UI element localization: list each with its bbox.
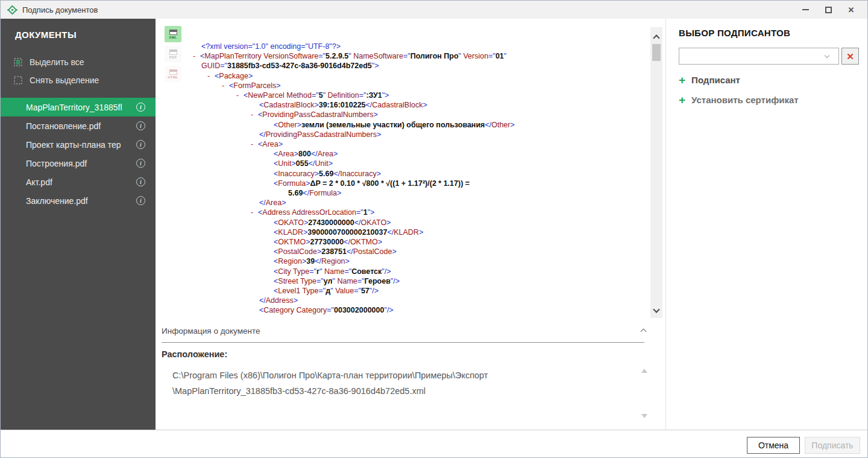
info-icon[interactable]: i [136, 159, 145, 168]
xml-line: <Street Type="ул" Name="Героев"/> [156, 276, 649, 286]
document-item[interactable]: Постановление.pdfi [1, 116, 156, 135]
delete-x-icon: ✕ [846, 52, 854, 61]
xml-line: -<Area> [156, 139, 649, 149]
minimize-button[interactable] [794, 1, 817, 19]
document-list: MapPlanTerritory_31885fliПостановление.p… [1, 98, 156, 210]
titlebar: Подпись документов ✕ [1, 1, 867, 19]
xml-line: -<MapPlanTerritory VersionSoftware="5.2.… [156, 51, 649, 61]
info-icon[interactable]: i [136, 140, 145, 149]
scroll-down-icon[interactable] [653, 306, 659, 313]
xml-line: <Category Category="003002000000"/> [156, 305, 649, 315]
collapse-dash-icon[interactable]: - [222, 81, 229, 91]
xml-line: -<ProvidingPassCadastralNumbers> [156, 110, 649, 119]
clear-selection-button[interactable]: Снять выделение [1, 71, 156, 89]
info-icon[interactable]: i [136, 121, 145, 130]
info-scroll-down-icon[interactable] [641, 414, 647, 418]
plus-icon: + [679, 74, 685, 86]
scrollbar-thumb[interactable] [652, 44, 661, 61]
select-all-button[interactable]: Выделить все [1, 53, 156, 71]
collapse-dash-icon[interactable]: - [207, 71, 215, 81]
xml-line: -<NewParcel Method="5" Definition=":ЗУ1"… [156, 91, 649, 100]
xml-line: -<Address AddressOrLocation="1"> [156, 208, 649, 217]
chevron-down-icon[interactable] [825, 54, 829, 57]
document-item[interactable]: Построения.pdfi [1, 154, 156, 173]
xml-line: <OKATO>27430000000</OKATO> [156, 218, 649, 227]
location-path-line2: \MapPlanTerritory_31885fb3-cd53-427c-8a3… [172, 383, 488, 399]
scroll-up-icon[interactable] [653, 34, 659, 41]
info-icon[interactable]: i [136, 103, 145, 112]
install-certificate-button[interactable]: + Установить сертификат [679, 94, 799, 106]
clear-selection-icon [14, 76, 22, 84]
maximize-icon [825, 7, 832, 13]
signer-combobox[interactable] [679, 48, 839, 65]
xml-line: <Other>земли (земельные участки) общего … [156, 120, 649, 130]
document-label: Проект карты-плана тер [26, 140, 121, 150]
collapse-dash-icon[interactable]: - [236, 91, 244, 100]
remove-signer-button[interactable]: ✕ [841, 48, 859, 65]
xml-line: <PostalCode>238751</PostalCode> [156, 247, 649, 256]
select-all-label: Выделить все [30, 57, 84, 67]
format-tab-xml[interactable]: XML [165, 26, 181, 42]
window-title: Подпись документов [22, 5, 98, 14]
xml-line: -<FormParcels> [156, 81, 649, 91]
collapse-dash-icon[interactable]: - [193, 51, 200, 61]
xml-line: <Formula>ΔP = 2 * 0.10 * √800 * √((1 + 1… [156, 179, 649, 188]
info-scroll-up-icon[interactable] [641, 369, 647, 373]
xml-line: <CadastralBlock>39:16:010225</CadastralB… [156, 100, 649, 110]
chevron-up-icon [641, 329, 647, 335]
collapse-info-button[interactable] [641, 329, 646, 334]
footer-bar: Отмена Подписать [1, 430, 867, 458]
xml-line: 5.69</Formula> [156, 188, 649, 198]
select-all-icon [14, 58, 22, 66]
maximize-button[interactable] [817, 1, 840, 19]
xml-content: <?xml version="1.0" encoding="UTF-8"?>-<… [156, 42, 649, 316]
xml-line: <Inaccuracy>5.69</Inaccuracy> [156, 169, 649, 179]
xml-line: <OKTMO>27730000</OKTMO> [156, 237, 649, 247]
add-signer-button[interactable]: + Подписант [679, 74, 740, 86]
document-viewer: XML PDF HTML <?xml version="1.0" encodin… [156, 19, 665, 430]
document-label: Постановление.pdf [26, 121, 101, 131]
signers-panel: ВЫБОР ПОДПИСАНТОВ ✕ + Подписант + Устано… [665, 19, 868, 430]
xml-line: <Level1 Type="д" Value="57"/> [156, 286, 649, 296]
cancel-button[interactable]: Отмена [747, 437, 800, 454]
info-separator [162, 342, 644, 343]
collapse-dash-icon[interactable]: - [251, 208, 258, 217]
sign-documents-window: Подпись документов ✕ ДОКУМЕНТЫ Выделить … [0, 0, 868, 458]
xml-line: </Address> [156, 296, 649, 305]
xml-line: </ProvidingPassCadastralNumbers> [156, 130, 649, 139]
document-item[interactable]: Проект карты-плана терi [1, 135, 156, 154]
signers-title: ВЫБОР ПОДПИСАНТОВ [679, 28, 790, 38]
xml-line: <KLADR>3900000700000210037</KLADR> [156, 227, 649, 237]
info-icon[interactable]: i [136, 196, 145, 205]
xml-line: <Region>39</Region> [156, 256, 649, 266]
document-item[interactable]: MapPlanTerritory_31885fli [1, 98, 156, 116]
document-item[interactable]: Акт.pdfi [1, 173, 156, 191]
collapse-dash-icon[interactable]: - [251, 110, 258, 119]
clear-selection-label: Снять выделение [30, 75, 99, 85]
xml-file-icon [169, 30, 177, 35]
plus-icon: + [679, 94, 685, 106]
xml-line: <?xml version="1.0" encoding="UTF-8"?> [156, 42, 649, 51]
document-info-header[interactable]: Информация о документе [162, 326, 644, 336]
close-button[interactable]: ✕ [840, 1, 863, 19]
xml-line: <Unit>055</Unit> [156, 159, 649, 168]
xml-line: GUID="31885fb3-cd53-427c-8a36-9016d4b72e… [156, 61, 649, 71]
document-item[interactable]: Заключение.pdfi [1, 191, 156, 210]
add-signer-label: Подписант [691, 75, 740, 85]
collapse-dash-icon[interactable]: - [251, 139, 258, 149]
sign-button[interactable]: Подписать [805, 437, 860, 454]
document-label: Заключение.pdf [26, 196, 88, 206]
xml-line: <City Type="г" Name="Советск"/> [156, 267, 649, 276]
documents-sidebar: ДОКУМЕНТЫ Выделить все Снять выделение M… [1, 19, 156, 430]
xml-line: </Area> [156, 198, 649, 208]
close-icon: ✕ [848, 5, 855, 14]
sidebar-title: ДОКУМЕНТЫ [1, 19, 156, 40]
info-icon[interactable]: i [136, 177, 145, 186]
xml-line: <Area>800</Area> [156, 149, 649, 159]
document-label: MapPlanTerritory_31885fl [26, 103, 122, 112]
install-certificate-label: Установить сертификат [691, 95, 799, 105]
minimize-icon [802, 9, 809, 10]
app-logo-icon [7, 5, 17, 15]
xml-scrollbar[interactable] [650, 27, 662, 318]
document-label: Акт.pdf [26, 177, 52, 187]
